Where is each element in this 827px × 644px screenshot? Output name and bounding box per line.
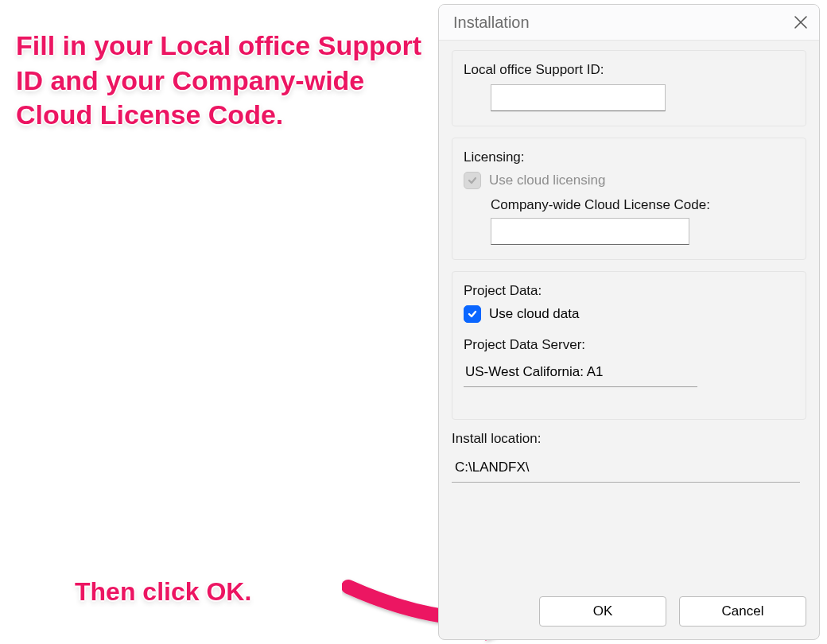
use-cloud-licensing-checkbox[interactable] [464,172,481,189]
install-location-label: Install location: [452,431,806,447]
use-cloud-data-checkbox[interactable] [464,305,481,323]
dialog-title: Installation [453,14,530,32]
project-data-group: Project Data: Use cloud data Project Dat… [452,271,806,420]
support-id-label: Local office Support ID: [464,62,794,78]
cloud-license-code-label: Company-wide Cloud License Code: [491,197,794,213]
dialog-titlebar: Installation [439,5,819,41]
annotation-main-instruction: Fill in your Local office Support ID and… [16,29,429,133]
annotation-click-ok: Then click OK. [75,576,251,608]
install-location-group: Install location: [452,431,806,483]
cloud-license-code-input[interactable] [491,218,689,245]
ok-button[interactable]: OK [539,596,666,627]
cancel-button[interactable]: Cancel [679,596,806,627]
installation-dialog: Installation Local office Support ID: Li… [438,4,820,640]
support-id-input[interactable] [491,84,666,111]
licensing-section-label: Licensing: [464,149,794,165]
project-data-section-label: Project Data: [464,283,794,299]
use-cloud-licensing-label: Use cloud licensing [489,173,605,188]
support-id-group: Local office Support ID: [452,50,806,126]
close-icon[interactable] [794,15,808,29]
install-location-input[interactable] [452,453,800,483]
licensing-group: Licensing: Use cloud licensing Company-w… [452,138,806,260]
project-data-server-label: Project Data Server: [464,337,794,353]
project-data-server-select[interactable] [464,358,697,387]
use-cloud-data-label: Use cloud data [489,306,579,322]
